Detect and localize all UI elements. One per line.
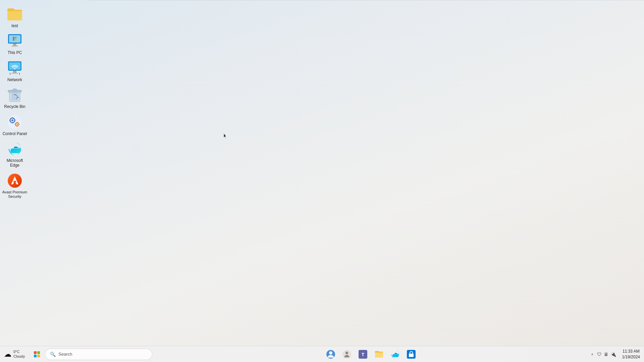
top-separator: [87, 0, 644, 0]
svg-rect-10: [13, 71, 16, 73]
taskbar-app-file-explorer[interactable]: [372, 347, 386, 362]
taskbar-apps: T: [152, 346, 589, 362]
taskbar-app-store[interactable]: [404, 347, 419, 362]
test-folder-label: test: [11, 23, 18, 28]
control-panel-icon: [7, 114, 23, 130]
svg-rect-31: [17, 126, 18, 127]
taskbar-weather[interactable]: ☁ 0°C Cloudy: [0, 346, 29, 362]
control-panel-label: Control Panel: [3, 131, 27, 136]
svg-text:T: T: [362, 352, 365, 357]
desktop-icon-recycle-bin[interactable]: Recycle Bin: [0, 84, 30, 111]
win-logo-green: [37, 351, 40, 354]
taskbar-tray: ∧ 🛡 🖥 🔌 11:33 AM 1/19/2024: [590, 346, 644, 362]
search-icon: 🔍: [50, 352, 56, 357]
network-icon: [7, 60, 23, 76]
svg-rect-26: [9, 120, 10, 121]
svg-rect-17: [13, 89, 17, 91]
svg-rect-27: [14, 120, 15, 121]
tray-icons[interactable]: 🛡 🖥 🔌: [595, 346, 618, 362]
app3-icon: T: [358, 350, 368, 359]
svg-rect-6: [13, 39, 14, 41]
desktop-icon-control-panel[interactable]: Control Panel: [0, 111, 30, 138]
avatar-icon: [326, 350, 335, 359]
windows-logo: [34, 351, 40, 357]
desktop-icon-test[interactable]: test: [0, 3, 30, 30]
edge-label: Microsoft Edge: [1, 158, 28, 168]
desktop-icon-network[interactable]: Network: [0, 57, 30, 84]
taskbar-app-avatar[interactable]: [323, 347, 338, 362]
avast-icon: [7, 173, 23, 189]
win-logo-red: [34, 351, 37, 354]
folder-icon: [7, 6, 23, 22]
weather-info: 0°C Cloudy: [13, 350, 25, 358]
start-button[interactable]: [29, 346, 45, 362]
tray-expand[interactable]: ∧: [590, 346, 595, 362]
svg-rect-25: [12, 122, 13, 123]
win-logo-yellow: [37, 355, 40, 357]
svg-rect-30: [17, 122, 18, 123]
weather-temp: 0°C: [13, 350, 25, 354]
clock-time: 11:33 AM: [623, 349, 640, 354]
recycle-bin-icon: [7, 87, 23, 103]
svg-rect-5: [15, 37, 16, 39]
svg-rect-2: [13, 44, 16, 46]
svg-rect-7: [15, 39, 16, 41]
taskbar-app-2[interactable]: [339, 347, 354, 362]
svg-point-21: [8, 115, 22, 129]
svg-rect-43: [409, 354, 414, 357]
desktop-icon-edge[interactable]: Microsoft Edge: [0, 138, 30, 170]
svg-rect-24: [12, 117, 13, 118]
tray-icon-monitor: 🖥: [603, 351, 609, 358]
desktop-icon-avast[interactable]: Avast Premium Security: [0, 170, 30, 201]
recycle-bin-label: Recycle Bin: [4, 104, 25, 109]
svg-rect-4: [13, 37, 14, 39]
svg-point-29: [16, 124, 18, 125]
search-label: Search: [58, 352, 72, 357]
svg-point-39: [345, 352, 348, 354]
edge-taskbar-icon: [390, 350, 400, 359]
svg-rect-35: [13, 181, 16, 182]
tray-icon-avast: 🛡: [596, 351, 602, 358]
network-label: Network: [7, 77, 22, 82]
svg-rect-1: [9, 35, 20, 43]
taskbar-app-3[interactable]: T: [356, 347, 370, 362]
svg-rect-33: [19, 124, 19, 125]
taskbar-app-edge[interactable]: [388, 347, 402, 362]
app2-icon: [342, 350, 352, 359]
taskbar: ☁ 0°C Cloudy 🔍 Search: [0, 346, 644, 362]
win-logo-blue: [34, 355, 37, 357]
store-icon: [407, 350, 416, 359]
svg-point-37: [329, 351, 332, 355]
edge-icon: [7, 141, 23, 157]
svg-point-23: [11, 119, 13, 121]
desktop-icon-this-pc[interactable]: This PC: [0, 30, 30, 57]
clock-date: 1/19/2024: [622, 354, 640, 360]
taskbar-clock[interactable]: 11:33 AM 1/19/2024: [618, 346, 644, 362]
weather-condition: Cloudy: [13, 354, 25, 359]
svg-point-12: [14, 68, 15, 69]
this-pc-label: This PC: [8, 50, 22, 55]
weather-icon: ☁: [4, 350, 11, 359]
svg-rect-32: [15, 124, 15, 125]
desktop-icon-column: test: [0, 0, 30, 204]
this-pc-icon: [7, 33, 23, 49]
avast-label: Avast Premium Security: [1, 190, 28, 199]
svg-rect-11: [11, 73, 18, 74]
tray-icon-power: 🔌: [610, 351, 617, 358]
desktop: test: [0, 0, 644, 346]
taskbar-search[interactable]: 🔍 Search: [45, 349, 152, 360]
file-explorer-icon: [374, 350, 384, 359]
svg-rect-3: [11, 46, 18, 47]
mouse-cursor: [224, 133, 228, 139]
chevron-up-icon: ∧: [591, 352, 593, 356]
